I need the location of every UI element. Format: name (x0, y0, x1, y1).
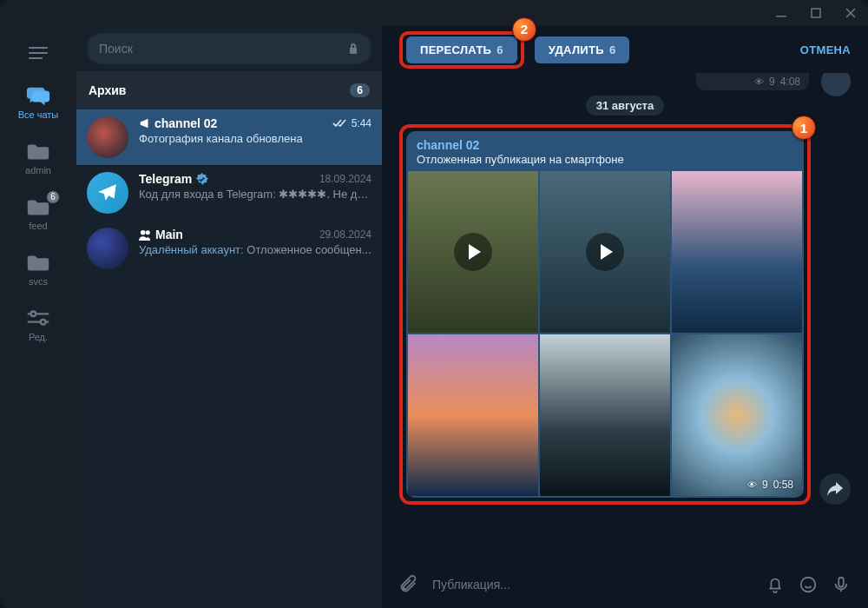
folder-label: Все чаты (18, 109, 59, 120)
chat-preview: Фотография канала обновлена (139, 132, 372, 145)
message-time: 0:58 (773, 479, 793, 491)
folder-feed[interactable]: 6 feed (0, 189, 76, 238)
mute-button[interactable] (766, 575, 785, 594)
folders-sidebar: Все чаты admin 6 feed svcs Ред. (0, 26, 76, 608)
callout-marker: 1 (792, 116, 816, 140)
chat-preview: Удалённый аккаунт: Отложенное сообщен... (139, 243, 372, 256)
media-grid: 9 0:58 (406, 171, 804, 498)
composer (382, 561, 868, 608)
search-input-wrapper[interactable] (87, 33, 372, 64)
conversation-panel: ПЕРЕСЛАТЬ 6 2 УДАЛИТЬ 6 ОТМЕНА 9 4:08 (382, 26, 868, 608)
media-tile[interactable] (540, 334, 670, 496)
chat-name: channel 02 (139, 116, 217, 130)
archive-row[interactable]: Архив 6 (76, 71, 382, 109)
chat-item[interactable]: channel 02 5:44 Фотография канала обновл… (76, 109, 382, 165)
media-tile[interactable]: 9 0:58 (672, 334, 802, 496)
smile-icon (799, 575, 818, 594)
messages-scroll[interactable]: 9 4:08 31 августа 1 channel 02 Отложенна… (382, 73, 868, 561)
settings-toggle-icon (25, 307, 51, 328)
views-count: 9 (762, 479, 768, 491)
chatlist-panel: Архив 6 channel 02 5:44 Фотография канал… (76, 26, 382, 608)
avatar (87, 116, 128, 158)
message-input[interactable] (432, 578, 752, 591)
svg-rect-1 (812, 9, 820, 17)
avatar (821, 73, 851, 96)
maximize-button[interactable] (804, 3, 828, 23)
folder-edit[interactable]: Ред. (0, 301, 76, 349)
search-input[interactable] (99, 42, 339, 56)
verified-icon (195, 173, 208, 186)
svg-point-6 (801, 578, 816, 592)
minimize-button[interactable] (769, 3, 793, 23)
chat-time: 5:44 (332, 117, 372, 129)
forward-arrow-icon (827, 482, 843, 496)
group-icon (139, 229, 152, 241)
folder-label: Ред. (29, 332, 48, 342)
chat-name: Telegram (139, 172, 208, 186)
svg-point-3 (41, 320, 46, 325)
media-tile[interactable] (672, 171, 802, 333)
views-icon (754, 76, 764, 88)
folder-icon (25, 141, 51, 162)
svg-point-5 (146, 230, 150, 235)
voice-button[interactable] (832, 575, 851, 594)
previous-message-tail: 9 4:08 (399, 73, 851, 90)
menu-button[interactable] (28, 40, 49, 66)
svg-rect-0 (776, 16, 786, 17)
forward-count: 6 (496, 43, 503, 56)
message-meta: 9 0:58 (747, 479, 793, 491)
attach-button[interactable] (399, 575, 418, 594)
close-window-button[interactable] (838, 3, 863, 23)
megaphone-icon (139, 117, 151, 129)
folder-label: svcs (29, 276, 48, 287)
chat-item[interactable]: Main 29.08.2024 Удалённый аккаунт: Отлож… (76, 221, 382, 276)
date-separator: 31 августа (586, 96, 664, 116)
message-caption: Отложенная публикация на смартфоне (417, 153, 793, 166)
share-button[interactable] (819, 473, 851, 505)
folder-all-chats[interactable]: Все чаты (0, 78, 76, 127)
lock-icon (347, 43, 359, 55)
read-checks-icon (332, 118, 348, 129)
svg-point-2 (31, 312, 36, 317)
callout-marker: 2 (512, 17, 536, 42)
media-tile[interactable] (408, 334, 538, 496)
paperclip-icon (399, 575, 418, 594)
chat-time: 29.08.2024 (319, 228, 372, 241)
chat-preview: Код для входа в Telegram: ✱✱✱✱✱. Не дава… (139, 188, 372, 201)
delete-button[interactable]: УДАЛИТЬ 6 (535, 36, 630, 63)
chats-icon (25, 85, 51, 106)
svg-point-4 (141, 229, 146, 235)
delete-label: УДАЛИТЬ (549, 43, 604, 56)
mic-icon (832, 575, 851, 594)
media-tile[interactable] (540, 171, 670, 333)
folder-svcs[interactable]: svcs (0, 245, 76, 294)
archive-label: Архив (89, 83, 126, 97)
message-bubble[interactable]: channel 02 Отложенная публикация на смар… (406, 131, 804, 498)
cancel-button[interactable]: ОТМЕНА (800, 43, 851, 56)
views-count: 9 (769, 76, 775, 88)
selection-actionbar: ПЕРЕСЛАТЬ 6 2 УДАЛИТЬ 6 ОТМЕНА (382, 26, 868, 73)
avatar (87, 228, 128, 269)
chat-name: Main (139, 228, 183, 241)
play-icon (586, 233, 624, 271)
folder-icon (25, 252, 51, 273)
window-titlebar (0, 0, 868, 26)
folder-label: admin (25, 165, 51, 175)
media-tile[interactable] (408, 171, 538, 333)
forward-label: ПЕРЕСЛАТЬ (420, 43, 491, 56)
views-icon (747, 479, 757, 491)
bell-icon (766, 575, 785, 594)
message-author: channel 02 (417, 138, 793, 152)
forward-button[interactable]: ПЕРЕСЛАТЬ 6 (406, 36, 517, 63)
folder-label: feed (29, 221, 47, 231)
avatar (87, 172, 128, 214)
archive-count: 6 (350, 83, 370, 97)
chat-item[interactable]: Telegram 18.09.2024 Код для входа в Tele… (76, 165, 382, 221)
message-time: 4:08 (780, 76, 800, 88)
folder-badge: 6 (47, 191, 59, 203)
svg-rect-7 (838, 578, 844, 587)
delete-count: 6 (609, 43, 616, 56)
play-icon (454, 233, 492, 271)
emoji-button[interactable] (799, 575, 818, 594)
folder-admin[interactable]: admin (0, 134, 76, 182)
